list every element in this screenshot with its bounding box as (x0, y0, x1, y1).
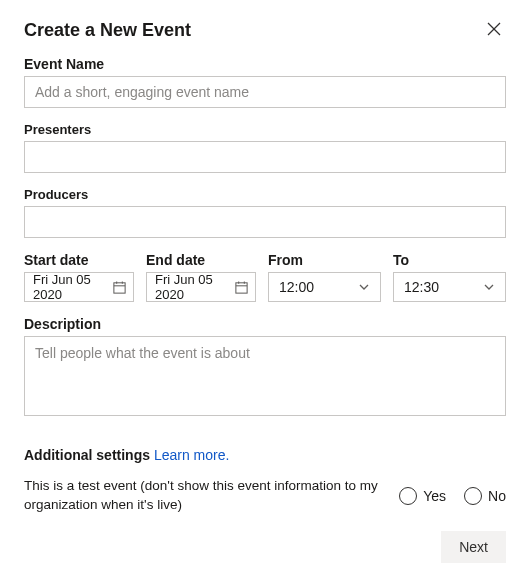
description-label: Description (24, 316, 506, 332)
from-time-value: 12:00 (279, 279, 314, 295)
next-button[interactable]: Next (441, 531, 506, 563)
radio-icon (464, 487, 482, 505)
dialog-header: Create a New Event (24, 18, 506, 42)
producers-label: Producers (24, 187, 506, 202)
to-time-value: 12:30 (404, 279, 439, 295)
svg-rect-12 (236, 282, 247, 292)
end-date-picker[interactable]: Fri Jun 05 2020 (146, 272, 256, 302)
end-date-col: End date Fri Jun 05 2020 (146, 252, 256, 302)
to-label: To (393, 252, 506, 268)
dialog-title: Create a New Event (24, 20, 191, 41)
to-time-col: To 12:30 (393, 252, 506, 302)
radio-yes-label: Yes (423, 488, 446, 504)
additional-settings-heading: Additional settings Learn more. (24, 447, 506, 463)
date-time-row: Start date Fri Jun 05 2020 (24, 252, 506, 302)
radio-no-label: No (488, 488, 506, 504)
description-input[interactable] (24, 336, 506, 416)
end-date-value: Fri Jun 05 2020 (155, 272, 230, 302)
start-date-label: Start date (24, 252, 134, 268)
start-date-col: Start date Fri Jun 05 2020 (24, 252, 134, 302)
learn-more-link[interactable]: Learn more. (154, 447, 229, 463)
from-label: From (268, 252, 381, 268)
from-time-col: From 12:00 (268, 252, 381, 302)
additional-settings-text: Additional settings (24, 447, 150, 463)
producers-input[interactable] (24, 206, 506, 238)
test-event-row: This is a test event (don't show this ev… (24, 477, 506, 515)
calendar-icon (234, 280, 249, 295)
presenters-input[interactable] (24, 141, 506, 173)
start-date-value: Fri Jun 05 2020 (33, 272, 108, 302)
test-event-label: This is a test event (don't show this ev… (24, 477, 381, 515)
close-button[interactable] (482, 18, 506, 42)
from-time-select[interactable]: 12:00 (268, 272, 381, 302)
chevron-down-icon (358, 281, 370, 293)
chevron-down-icon (483, 281, 495, 293)
test-event-yes-radio[interactable]: Yes (399, 487, 446, 505)
close-icon (487, 22, 501, 39)
create-event-dialog: Create a New Event Event Name Presenters… (0, 0, 530, 583)
event-name-input[interactable] (24, 76, 506, 108)
event-name-label: Event Name (24, 56, 506, 72)
radio-icon (399, 487, 417, 505)
test-event-no-radio[interactable]: No (464, 487, 506, 505)
end-date-label: End date (146, 252, 256, 268)
dialog-footer: Next (441, 531, 506, 563)
start-date-picker[interactable]: Fri Jun 05 2020 (24, 272, 134, 302)
svg-rect-2 (114, 282, 125, 292)
presenters-label: Presenters (24, 122, 506, 137)
to-time-select[interactable]: 12:30 (393, 272, 506, 302)
calendar-icon (112, 280, 127, 295)
